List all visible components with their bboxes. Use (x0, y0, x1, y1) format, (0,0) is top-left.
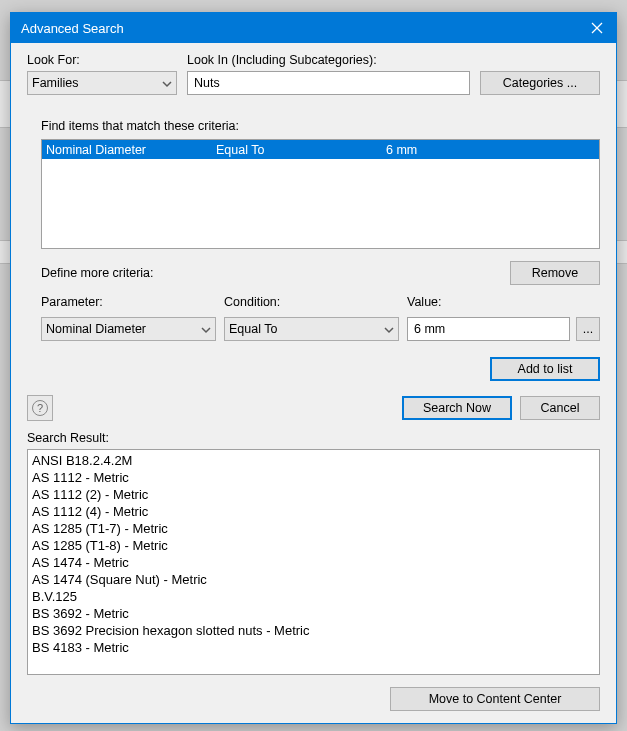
chevron-down-icon (384, 324, 394, 334)
condition-select[interactable]: Equal To (224, 317, 399, 341)
search-result-label: Search Result: (27, 431, 600, 445)
list-item[interactable]: AS 1112 (2) - Metric (32, 486, 595, 503)
criteria-parameter: Nominal Diameter (46, 143, 216, 157)
list-item[interactable]: ANSI B18.2.4.2M (32, 452, 595, 469)
list-item[interactable]: BS 4183 - Metric (32, 639, 595, 656)
value-browse-button[interactable]: ... (576, 317, 600, 341)
criteria-list[interactable]: Nominal DiameterEqual To6 mm (41, 139, 600, 249)
list-item[interactable]: B.V.125 (32, 588, 595, 605)
help-icon: ? (32, 400, 48, 416)
move-to-content-center-button[interactable]: Move to Content Center (390, 687, 600, 711)
close-icon[interactable] (588, 19, 606, 37)
add-to-list-button[interactable]: Add to list (490, 357, 600, 381)
criteria-condition: Equal To (216, 143, 386, 157)
condition-value: Equal To (229, 322, 277, 336)
look-in-label: Look In (Including Subcategories): (187, 53, 600, 67)
list-item[interactable]: AS 1474 (Square Nut) - Metric (32, 571, 595, 588)
parameter-label: Parameter: (41, 295, 216, 309)
remove-button[interactable]: Remove (510, 261, 600, 285)
look-in-input[interactable] (187, 71, 470, 95)
categories-button[interactable]: Categories ... (480, 71, 600, 95)
search-results-list[interactable]: ANSI B18.2.4.2MAS 1112 - MetricAS 1112 (… (27, 449, 600, 675)
search-now-button[interactable]: Search Now (402, 396, 512, 420)
list-item[interactable]: BS 3692 - Metric (32, 605, 595, 622)
criteria-value: 6 mm (386, 143, 595, 157)
value-input-wrap[interactable] (407, 317, 570, 341)
list-item[interactable]: BS 3692 Precision hexagon slotted nuts -… (32, 622, 595, 639)
chevron-down-icon (201, 324, 211, 334)
value-label: Value: (407, 295, 600, 309)
criteria-row[interactable]: Nominal DiameterEqual To6 mm (42, 140, 599, 159)
list-item[interactable]: AS 1285 (T1-7) - Metric (32, 520, 595, 537)
advanced-search-dialog: Advanced Search Look For: Look In (Inclu… (10, 12, 617, 724)
define-more-label: Define more criteria: (41, 266, 154, 280)
list-item[interactable]: AS 1285 (T1-8) - Metric (32, 537, 595, 554)
look-for-label: Look For: (27, 53, 177, 67)
help-button[interactable]: ? (27, 395, 53, 421)
criteria-header: Find items that match these criteria: (41, 119, 600, 133)
dialog-title: Advanced Search (21, 21, 588, 36)
list-item[interactable]: AS 1112 (4) - Metric (32, 503, 595, 520)
look-in-field[interactable] (194, 72, 463, 94)
parameter-select[interactable]: Nominal Diameter (41, 317, 216, 341)
value-input[interactable] (414, 318, 563, 340)
list-item[interactable]: AS 1474 - Metric (32, 554, 595, 571)
condition-label: Condition: (224, 295, 399, 309)
parameter-value: Nominal Diameter (46, 322, 146, 336)
chevron-down-icon (162, 78, 172, 88)
cancel-button[interactable]: Cancel (520, 396, 600, 420)
list-item[interactable]: AS 1112 - Metric (32, 469, 595, 486)
titlebar: Advanced Search (11, 13, 616, 43)
look-for-select[interactable]: Families (27, 71, 177, 95)
look-for-value: Families (32, 76, 79, 90)
